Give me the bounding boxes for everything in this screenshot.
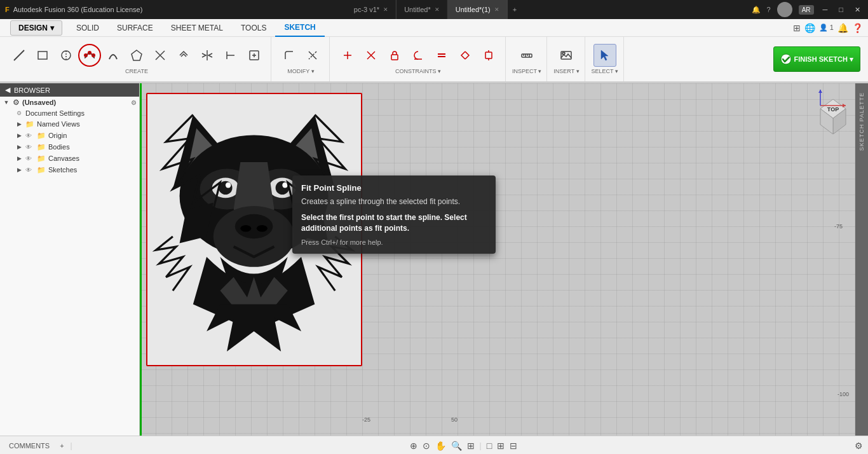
offset-tool-button[interactable]: [172, 44, 195, 67]
browser-item-named-views[interactable]: ▶ 📁 Named Views: [0, 118, 139, 130]
canvases-visibility-icon[interactable]: 👁: [25, 155, 34, 162]
svg-point-48: [257, 225, 268, 232]
expand-origin-icon[interactable]: ▶: [15, 132, 23, 139]
fix-constraint-button[interactable]: [477, 44, 500, 67]
coincident-constraint-button[interactable]: [360, 44, 383, 67]
design-label: DESIGN: [18, 24, 48, 32]
insert-group-label[interactable]: INSERT ▾: [553, 68, 579, 74]
browser-collapse-icon[interactable]: ◀: [5, 86, 10, 94]
lock-constraint-button[interactable]: [383, 44, 406, 67]
zoom-fit-icon[interactable]: ⊞: [467, 441, 475, 451]
expand-named-views-icon[interactable]: ▶: [15, 120, 23, 128]
browser-item-bodies[interactable]: ▶ 👁 📁 Bodies: [0, 141, 139, 153]
expand-bodies-icon[interactable]: ▶: [15, 143, 23, 151]
new-tab-button[interactable]: +: [508, 6, 522, 13]
browser-item-canvases[interactable]: ▶ 👁 📁 Canvases: [0, 153, 139, 164]
expand-root-icon[interactable]: ▼: [3, 99, 10, 106]
bell-icon[interactable]: 🔔: [837, 23, 848, 33]
trim-tool-button[interactable]: [149, 44, 172, 67]
select-button[interactable]: [593, 44, 616, 67]
grid-icon[interactable]: ⊞: [793, 23, 801, 33]
tab-close-icon[interactable]: ✕: [435, 6, 440, 13]
fillet-button[interactable]: [278, 44, 301, 67]
circle-tool-button[interactable]: [55, 44, 78, 67]
fit-point-spline-button[interactable]: [78, 44, 101, 67]
zoom-icon[interactable]: 🔍: [451, 441, 462, 451]
settings-icon[interactable]: ⚙: [131, 99, 137, 106]
browser-item-document-settings[interactable]: ⚙ Document Settings: [0, 108, 139, 118]
statusbar-center: ⊕ ⊙ ✋ 🔍 ⊞ | □ ⊞ ⊟: [410, 441, 518, 451]
snap-icon[interactable]: ⊟: [510, 441, 517, 451]
browser-item-sketches[interactable]: ▶ 👁 📁 Sketches: [0, 164, 139, 175]
tab-close-icon[interactable]: ✕: [383, 6, 388, 13]
add-comment-button[interactable]: +: [56, 441, 67, 451]
orbit-icon[interactable]: ⊙: [423, 441, 430, 451]
tab-untitled[interactable]: Untitled* ✕: [397, 0, 448, 19]
svg-point-30: [562, 52, 565, 55]
browser-item-root[interactable]: ▼ ⚙ (Unsaved) ⚙: [0, 97, 139, 108]
design-button[interactable]: DESIGN ▾: [10, 20, 62, 36]
extend-button[interactable]: [301, 44, 324, 67]
comments-button[interactable]: COMMENTS: [5, 441, 53, 451]
finish-sketch-button[interactable]: FINISH SKETCH ▾: [773, 46, 860, 72]
help-icon[interactable]: ?: [767, 6, 771, 13]
viewcube[interactable]: TOP: [808, 90, 846, 125]
sketch-palette-label: SKETCH PALETTE: [858, 92, 865, 151]
sketches-visibility-icon[interactable]: 👁: [25, 167, 34, 174]
menu-sheet-metal[interactable]: SHEET METAL: [162, 19, 232, 37]
origin-visibility-icon[interactable]: 👁: [25, 132, 34, 139]
maximize-button[interactable]: □: [836, 6, 846, 13]
hand-icon[interactable]: ✋: [435, 441, 446, 451]
display-mode-icon[interactable]: □: [487, 441, 492, 451]
browser-header: ◀ BROWSER: [0, 83, 139, 97]
pan-icon[interactable]: ⊕: [410, 441, 417, 451]
tab-close-icon[interactable]: ✕: [494, 6, 499, 13]
browser-item-origin[interactable]: ▶ 👁 📁 Origin: [0, 130, 139, 141]
tooltip-title: Fit Point Spline: [301, 183, 487, 193]
viewcube-box[interactable]: TOP: [808, 90, 846, 125]
menu-tools[interactable]: TOOLS: [232, 19, 275, 37]
minimize-button[interactable]: ─: [820, 6, 831, 13]
horizontal-vertical-constraint-button[interactable]: [336, 44, 359, 67]
toolbar-group-modify: MODIFY ▾: [273, 37, 330, 81]
measure-button[interactable]: [515, 44, 538, 67]
symmetry-constraint-button[interactable]: [454, 44, 477, 67]
grid-icon[interactable]: ⊞: [497, 441, 505, 451]
tangent-constraint-button[interactable]: [407, 44, 430, 67]
close-button[interactable]: ✕: [852, 6, 863, 14]
viewport[interactable]: -25 50 -75 -100 TOP: [140, 83, 868, 436]
expand-doc-settings-icon[interactable]: ⚙: [15, 109, 23, 117]
constraints-group-label[interactable]: CONSTRAINTS ▾: [395, 68, 441, 74]
rectangle-tool-button[interactable]: [31, 44, 54, 67]
polygon-tool-button[interactable]: [125, 44, 148, 67]
equal-constraint-button[interactable]: [430, 44, 453, 67]
main-area: ◀ BROWSER ▼ ⚙ (Unsaved) ⚙ ⚙ Document Set…: [0, 83, 868, 436]
line-tool-button[interactable]: [8, 44, 31, 67]
user-avatar[interactable]: [777, 2, 792, 17]
sketch-project-button[interactable]: [243, 44, 266, 67]
menu-solid[interactable]: SOLID: [67, 19, 108, 37]
menu-sketch[interactable]: SKETCH: [275, 19, 324, 37]
bodies-visibility-icon[interactable]: 👁: [25, 144, 34, 151]
help-menu-icon[interactable]: ❓: [852, 23, 863, 33]
tab-untitled1[interactable]: Untitled*(1) ✕: [448, 0, 508, 19]
expand-sketches-icon[interactable]: ▶: [15, 166, 23, 174]
insert-image-button[interactable]: [555, 44, 578, 67]
menu-surface[interactable]: SURFACE: [108, 19, 162, 37]
modify-group-label[interactable]: MODIFY ▾: [287, 68, 314, 74]
mirror-tool-button[interactable]: [196, 44, 219, 67]
tooltip-instruction: Select the first point to start the spli…: [301, 212, 487, 234]
origin-label: Origin: [48, 132, 67, 139]
svg-point-46: [235, 214, 273, 238]
network-icon[interactable]: 🌐: [804, 23, 815, 33]
origin-folder-icon: 📁: [37, 131, 46, 140]
inspect-group-label[interactable]: INSPECT ▾: [512, 68, 541, 74]
settings-icon[interactable]: ⚙: [855, 441, 863, 451]
expand-canvases-icon[interactable]: ▶: [15, 155, 23, 162]
select-group-label[interactable]: SELECT ▾: [592, 68, 618, 74]
create-group-label: CREATE: [125, 68, 148, 74]
notifications-icon[interactable]: 🔔: [752, 6, 761, 14]
sketch-dimension-button[interactable]: [219, 44, 242, 67]
tab-pc3[interactable]: pc-3 v1* ✕: [346, 0, 397, 19]
arc-tool-button[interactable]: [102, 44, 125, 67]
